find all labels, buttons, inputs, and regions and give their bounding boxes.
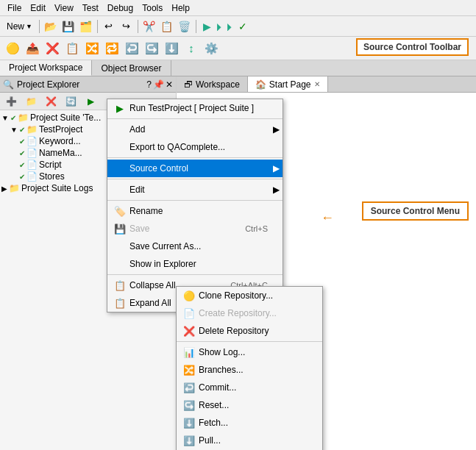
tree-label-1: TestProject	[39, 124, 82, 135]
edit-submenu-arrow: ▶	[273, 185, 280, 195]
sc-btn-3[interactable]: ❌	[43, 39, 62, 58]
sep-5	[107, 274, 283, 275]
add-icon	[113, 123, 127, 136]
menu-view[interactable]: View	[50, 1, 78, 15]
sc-btn-2[interactable]: 📤	[23, 39, 42, 58]
exp-add-btn[interactable]: ➕	[1, 92, 21, 111]
sc-btn-5[interactable]: 🔀	[82, 39, 102, 58]
sc-btn-10[interactable]: ↕️	[182, 39, 201, 58]
save-all-btn[interactable]: 🗂️	[78, 18, 94, 35]
submenu-delete[interactable]: ❌ Delete Repository	[177, 322, 322, 340]
collapse-icon: 📋	[113, 279, 127, 292]
tree-label-0: Project Suite 'Te...	[30, 113, 101, 123]
toolbar-sep-3	[138, 20, 138, 33]
folder-icon-0: 📁	[18, 113, 29, 123]
sep-2	[107, 157, 283, 158]
delete-btn[interactable]: 🗑️	[177, 18, 193, 35]
copy-btn[interactable]: 📋	[159, 18, 175, 35]
explorer-header: 🔍 Project Explorer ? 📌 ✕	[0, 76, 176, 93]
content-tabs: 🗗 Workspace 🏠 Start Page ✕	[177, 76, 476, 93]
submenu-log[interactable]: 📊 Show Log...	[177, 343, 322, 361]
sc-icon	[113, 162, 127, 175]
menu-rename[interactable]: 🏷️ Rename	[107, 202, 283, 220]
exp-refresh-btn[interactable]: 🔄	[61, 92, 80, 111]
submenu-fetch[interactable]: ⬇️ Fetch...	[177, 414, 322, 432]
submenu-commit[interactable]: ↩️ Commit...	[177, 379, 322, 396]
run-btn[interactable]: ▶	[199, 18, 216, 35]
run-all-btn[interactable]: ⏵⏵	[217, 18, 233, 35]
check-1: ✔	[19, 126, 25, 134]
sc-btn-7[interactable]: ↩️	[122, 39, 141, 58]
tab-workspace[interactable]: 🗗 Workspace	[177, 76, 248, 92]
sc-toolbar-label: Source Control Toolbar	[356, 38, 469, 56]
sc-menu-label: Source Control Menu	[362, 201, 469, 221]
menu-edit[interactable]: Edit ▶	[107, 181, 283, 199]
tab-start-page[interactable]: 🏠 Start Page ✕	[248, 76, 328, 92]
menu-show-explorer[interactable]: Show in Explorer	[107, 255, 283, 273]
file-icon-2: 📄	[26, 136, 38, 146]
new-button[interactable]: New ▼	[3, 18, 36, 35]
undo-btn[interactable]: ↩	[101, 18, 117, 35]
cut-btn[interactable]: ✂️	[141, 18, 157, 35]
redo-btn[interactable]: ↪	[118, 18, 135, 35]
submenu-branches[interactable]: 🔀 Branches...	[177, 361, 322, 379]
export-icon	[113, 140, 127, 154]
tree-label-2: Keyword...	[39, 136, 81, 146]
tab-project-workspace[interactable]: Project Workspace	[0, 60, 92, 76]
explorer-close-btn[interactable]: ✕	[166, 79, 173, 90]
delete-repo-icon: ❌	[182, 324, 196, 338]
save-shortcut: Ctrl+S	[245, 224, 268, 233]
file-icon-5: 📄	[26, 171, 38, 182]
run-icon: ▶	[113, 101, 127, 115]
tab-object-browser[interactable]: Object Browser	[92, 60, 171, 76]
exp-run-btn[interactable]: ▶	[81, 92, 100, 111]
menu-add[interactable]: Add ▶	[107, 121, 283, 138]
standard-toolbar: New ▼ 📂 💾 🗂️ ↩ ↪ ✂️ 📋 🗑️ ▶ ⏵⏵ ✓	[0, 16, 476, 37]
menu-export[interactable]: Export to QAComplete...	[107, 138, 283, 156]
menu-bar: File Edit View Test Debug Tools Help	[0, 0, 476, 16]
menu-file[interactable]: File	[3, 1, 26, 15]
check-4: ✔	[19, 161, 25, 169]
start-page-icon: 🏠	[255, 79, 266, 90]
main-area: 🔍 Project Explorer ? 📌 ✕ ➕ 📁 ❌ 🔄 ▶ ▼ ✔ 📁…	[0, 76, 476, 450]
exp-delete-btn[interactable]: ❌	[41, 92, 60, 111]
sc-btn-1[interactable]: 🟡	[3, 39, 22, 58]
sc-btn-9[interactable]: ⬇️	[162, 39, 181, 58]
menu-tools[interactable]: Tools	[138, 1, 167, 15]
save-btn[interactable]: 💾	[60, 18, 77, 35]
stop-btn[interactable]: ✓	[235, 18, 251, 35]
menu-edit[interactable]: Edit	[26, 1, 50, 15]
explorer-pin-btn[interactable]: 📌	[153, 79, 164, 90]
sc-btn-8[interactable]: ↪️	[142, 39, 161, 58]
menu-help[interactable]: Help	[167, 1, 194, 15]
menu-save-as[interactable]: Save Current As...	[107, 238, 283, 255]
exp-add2-btn[interactable]: 📁	[21, 92, 40, 111]
sep-3	[107, 179, 283, 179]
tab-close-btn[interactable]: ✕	[314, 80, 320, 88]
edit-icon	[113, 183, 127, 196]
submenu-reset[interactable]: ↪️ Reset...	[177, 396, 322, 414]
open-btn[interactable]: 📂	[43, 18, 59, 35]
folder-icon-1: 📁	[26, 124, 38, 135]
new-dropdown-arrow[interactable]: ▼	[26, 23, 32, 30]
submenu-clone[interactable]: 🟡 Clone Repository...	[177, 287, 322, 304]
menu-source-control[interactable]: Source Control ▶	[107, 160, 283, 177]
expand-icon-6: ▶	[1, 185, 7, 193]
sep-4	[107, 200, 283, 201]
log-icon: 📊	[182, 346, 196, 359]
sub-sep-1	[177, 341, 322, 342]
menu-test[interactable]: Test	[78, 1, 103, 15]
commit-icon: ↩️	[182, 381, 196, 394]
folder-icon-6: 📁	[9, 183, 20, 193]
create-icon: 📄	[182, 307, 196, 320]
sc-btn-11[interactable]: ⚙️	[202, 39, 221, 58]
workspace-tabs: Project Workspace Object Browser	[0, 60, 476, 76]
file-icon-4: 📄	[26, 160, 38, 170]
toolbar-sep-2	[97, 20, 98, 33]
sc-btn-4[interactable]: 📋	[63, 39, 82, 58]
submenu-pull[interactable]: ⬇️ Pull...	[177, 432, 322, 449]
menu-debug[interactable]: Debug	[103, 1, 138, 15]
explorer-help-btn[interactable]: ?	[146, 79, 152, 90]
sc-btn-6[interactable]: 🔁	[102, 39, 121, 58]
menu-run[interactable]: ▶ Run TestProject [ Project Suite ]	[107, 99, 283, 117]
